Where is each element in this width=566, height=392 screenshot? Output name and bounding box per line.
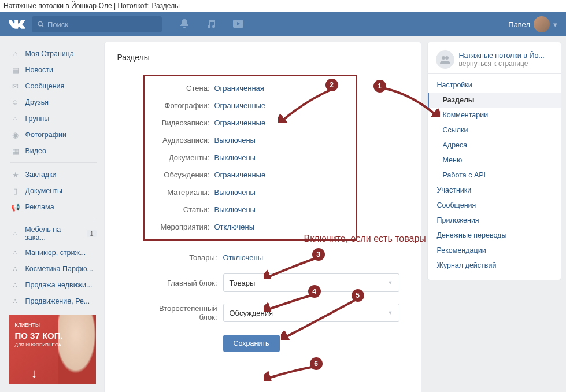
nav-videos[interactable]: ▦Видео [6, 143, 101, 159]
chevron-down-icon: ▼ [388, 310, 393, 316]
svg-point-0 [38, 21, 42, 25]
browser-title: Натяжные потолки в Йошкар-Оле | Потолкоf… [0, 0, 566, 12]
value-wall[interactable]: Ограниченная [214, 84, 264, 93]
nav-group2[interactable]: ⛬Маникюр, стриж... [6, 245, 101, 261]
rmenu-recs[interactable]: Рекомендации [428, 243, 561, 258]
nav-photos[interactable]: ◉Фотографии [6, 127, 101, 143]
nav-groups[interactable]: ⛬Группы [6, 110, 101, 127]
label-articles: Статьи: [155, 205, 210, 214]
rmenu-settings[interactable]: Настройки [428, 77, 561, 93]
group-avatar-icon [436, 50, 454, 69]
value-videos[interactable]: Ограниченные [214, 119, 266, 127]
messages-icon: ✉ [10, 81, 21, 91]
group-icon: ⛬ [10, 228, 21, 239]
nav-group5[interactable]: ⛬Продвижение, Ре... [6, 293, 101, 309]
page-title: Разделы [117, 53, 408, 62]
rmenu-links[interactable]: Ссылки [428, 123, 561, 138]
group-name[interactable]: Натяжные потолки в Йо... [459, 51, 553, 60]
rmenu-addresses[interactable]: Адреса [428, 138, 561, 153]
star-icon: ★ [10, 169, 21, 180]
value-audio[interactable]: Выключены [214, 136, 256, 145]
chevron-down-icon: ▼ [388, 280, 393, 286]
svg-point-4 [445, 56, 449, 60]
nav-mypage[interactable]: ⌂Моя Страница [6, 46, 101, 62]
user-name: Павел [508, 20, 530, 29]
label-goods: Товары: [143, 253, 217, 262]
promo-line1: КЛИЕНТЫ [15, 322, 73, 329]
nav-bookmarks[interactable]: ★Закладки [6, 167, 101, 183]
arrow-2 [278, 88, 336, 123]
nav-news[interactable]: ▤Новости [6, 62, 101, 78]
rmenu-messages[interactable]: Сообщения [428, 198, 561, 213]
group-icon: ⛬ [10, 247, 21, 258]
nav-group4[interactable]: ⛬Продажа недвижи... [6, 277, 101, 293]
value-materials[interactable]: Выключены [214, 188, 256, 197]
value-documents[interactable]: Выключены [214, 153, 256, 162]
nav-group3[interactable]: ⛬Косметика Парфю... [6, 261, 101, 277]
search-input[interactable] [47, 20, 156, 29]
label-secondary-block: Второстепенный блок: [143, 304, 217, 321]
annotation-hint: Включите, если есть товары [304, 233, 426, 245]
label-events: Мероприятия: [155, 223, 210, 231]
groups-icon: ⛬ [10, 113, 21, 124]
home-icon: ⌂ [10, 49, 21, 59]
avatar [534, 16, 550, 32]
label: Новости [25, 66, 53, 74]
value-events[interactable]: Отключены [214, 223, 254, 231]
label-audio: Аудиозаписи: [155, 136, 210, 145]
save-button[interactable]: Сохранить [223, 335, 280, 352]
svg-line-1 [42, 25, 43, 27]
label-videos: Видеозаписи: [155, 119, 210, 127]
rmenu-members[interactable]: Участники [428, 183, 561, 198]
label-documents: Документы: [155, 153, 210, 162]
label: Продажа недвижи... [25, 281, 93, 289]
notifications-icon[interactable] [179, 19, 190, 31]
rmenu-log[interactable]: Журнал действий [428, 258, 561, 273]
nav-docs[interactable]: ▯Документы [6, 183, 101, 199]
rmenu-comments[interactable]: Комментарии [428, 108, 561, 123]
label-wall: Стена: [155, 84, 210, 93]
rmenu-api[interactable]: Работа с API [428, 168, 561, 183]
label-discussions: Обсуждения: [155, 171, 210, 179]
left-nav: ⌂Моя Страница ▤Новости ✉Сообщения ☺Друзь… [6, 42, 101, 392]
video-play-icon[interactable] [232, 19, 244, 31]
topbar: Павел ▾ [0, 12, 566, 36]
search-icon [38, 21, 44, 28]
label: Реклама [25, 203, 54, 211]
down-arrow-icon: ↓ [31, 366, 38, 381]
arrow-3 [264, 255, 319, 279]
label: Друзья [25, 98, 49, 106]
nav-friends[interactable]: ☺Друзья [6, 94, 101, 110]
rmenu-apps[interactable]: Приложения [428, 213, 561, 228]
promo-line3: ДЛЯ ИНФОБИЗНЕСА [15, 342, 73, 348]
rmenu-sections[interactable]: Разделы [428, 93, 561, 108]
search-box[interactable] [32, 16, 162, 32]
value-photos[interactable]: Ограниченные [214, 101, 266, 110]
label: Сообщения [25, 82, 65, 90]
label: Продвижение, Ре... [25, 297, 90, 305]
value-discussions[interactable]: Ограниченные [214, 171, 266, 179]
group-back-link[interactable]: вернуться к странице [459, 60, 553, 68]
nav-messages[interactable]: ✉Сообщения [6, 78, 101, 94]
label: Закладки [25, 171, 57, 179]
music-icon[interactable] [206, 19, 216, 31]
promo-banner[interactable]: КЛИЕНТЫ ПО 37 КОП. ДЛЯ ИНФОБИЗНЕСА ↓ [9, 315, 96, 384]
nav-ads[interactable]: 📢Реклама [6, 199, 101, 215]
group-icon: ⛬ [10, 280, 21, 290]
rmenu-menu[interactable]: Меню [428, 153, 561, 168]
group-card: Натяжные потолки в Йо... вернуться к стр… [428, 42, 561, 280]
label: Фотографии [25, 131, 66, 139]
user-menu[interactable]: Павел ▾ [508, 16, 557, 32]
label: Группы [25, 114, 50, 123]
label: Моя Страница [25, 50, 74, 58]
nav-group1[interactable]: ⛬Мебель на зака...1 [6, 223, 101, 245]
value-goods[interactable]: Отключены [223, 253, 263, 262]
rmenu-money[interactable]: Денежные переводы [428, 228, 561, 243]
label: Видео [25, 147, 47, 155]
doc-icon: ▯ [10, 186, 21, 196]
vk-logo-icon[interactable] [9, 20, 25, 29]
svg-point-3 [442, 56, 445, 60]
promo-line2: ПО 37 КОП. [15, 330, 73, 342]
value-articles[interactable]: Выключены [214, 205, 256, 214]
news-icon: ▤ [10, 65, 21, 75]
